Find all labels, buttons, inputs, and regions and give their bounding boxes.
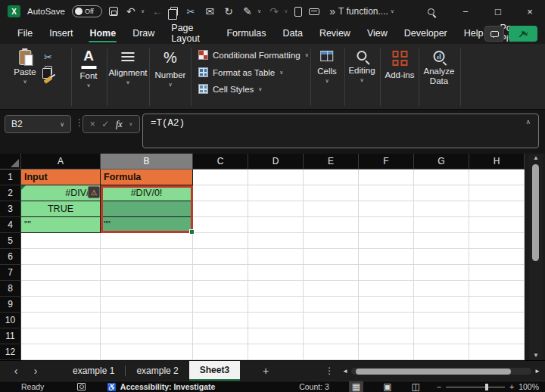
sheet-options-icon[interactable]: ⋮	[325, 366, 334, 376]
cell-H10[interactable]	[469, 313, 525, 328]
cell-D6[interactable]	[248, 249, 304, 265]
row-header-6[interactable]: 6	[0, 249, 21, 265]
column-header-H[interactable]: H	[469, 154, 525, 170]
enter-icon[interactable]: ✓	[101, 119, 109, 129]
formula-input[interactable]: =T(A2) ∧	[142, 114, 539, 148]
next-sheet-icon[interactable]: ›	[26, 365, 45, 377]
cell-H9[interactable]	[469, 297, 525, 313]
select-all-corner[interactable]	[0, 154, 21, 170]
format-as-table-button[interactable]: Format as Table ∨	[198, 67, 283, 77]
cell-F4[interactable]	[359, 217, 414, 233]
cell-B10[interactable]	[101, 313, 193, 328]
cell-C7[interactable]	[193, 265, 248, 281]
scroll-up-icon[interactable]: ▲	[533, 154, 539, 163]
search-button[interactable]	[418, 0, 444, 23]
cell-G3[interactable]	[414, 201, 469, 217]
minimize-button[interactable]: −	[453, 0, 478, 23]
cell-E10[interactable]	[304, 313, 359, 328]
cell-G9[interactable]	[414, 297, 469, 313]
cell-D2[interactable]	[248, 185, 304, 201]
horizontal-scrollbar[interactable]: ◄ ►	[342, 366, 540, 376]
cells-menu-button[interactable]: Cells ∨	[317, 51, 337, 84]
cell-A7[interactable]	[21, 265, 101, 281]
cell-D7[interactable]	[248, 265, 304, 281]
cell-D12[interactable]	[248, 344, 304, 360]
email-icon[interactable]: ✉	[204, 5, 216, 17]
autosave-toggle[interactable]: Off	[72, 5, 102, 17]
sheet-tab-sheet3[interactable]: Sheet3	[189, 361, 240, 381]
insert-function-icon[interactable]: fx	[116, 119, 123, 130]
row-header-11[interactable]: 11	[0, 328, 21, 344]
cell-A1[interactable]: Input	[21, 170, 101, 185]
cell-G10[interactable]	[414, 313, 469, 328]
cell-C3[interactable]	[193, 201, 248, 217]
ink-icon[interactable]: ✎	[241, 5, 254, 17]
row-header-10[interactable]: 10	[0, 313, 21, 328]
cell-E12[interactable]	[304, 344, 359, 360]
share-button[interactable]: ↗ ∨	[509, 26, 537, 42]
cell-F9[interactable]	[359, 297, 414, 313]
tab-developer[interactable]: Developer	[396, 24, 456, 42]
cell-A8[interactable]	[21, 281, 101, 297]
row-header-8[interactable]: 8	[0, 281, 21, 297]
cell-H5[interactable]	[469, 233, 525, 249]
undo-icon[interactable]: ↶	[125, 5, 137, 17]
macro-record-icon[interactable]	[77, 383, 86, 390]
cell-H7[interactable]	[469, 265, 525, 281]
cell-A6[interactable]	[21, 249, 101, 265]
cell-C1[interactable]	[193, 170, 248, 185]
tab-home[interactable]: Home	[81, 24, 124, 42]
cell-D4[interactable]	[248, 217, 304, 233]
cell-F11[interactable]	[359, 328, 414, 344]
cell-E6[interactable]	[304, 249, 359, 265]
addins-button[interactable]: Add-ins	[385, 51, 415, 79]
cell-B6[interactable]	[101, 249, 193, 265]
editing-menu-button[interactable]: Editing ∨	[348, 51, 375, 83]
cell-E1[interactable]	[304, 170, 359, 185]
cell-E4[interactable]	[304, 217, 359, 233]
cell-D10[interactable]	[248, 313, 304, 328]
row-header-9[interactable]: 9	[0, 297, 21, 313]
cell-F5[interactable]	[359, 233, 414, 249]
cell-B2[interactable]: #DIV/0!	[101, 185, 193, 201]
cell-C10[interactable]	[193, 313, 248, 328]
page-break-view-icon[interactable]: ◫	[412, 381, 420, 392]
document-title-group[interactable]: T function.... ∨	[338, 6, 394, 17]
row-header-4[interactable]: 4	[0, 217, 21, 233]
cell-C12[interactable]	[193, 344, 248, 360]
cell-F1[interactable]	[359, 170, 414, 185]
cell-F10[interactable]	[359, 313, 414, 328]
prev-sheet-icon[interactable]: ‹	[6, 365, 26, 377]
cell-D5[interactable]	[248, 233, 304, 249]
tab-formulas[interactable]: Formulas	[218, 24, 274, 42]
cell-G12[interactable]	[414, 344, 469, 360]
hscroll-left-icon[interactable]: ◄	[342, 368, 348, 375]
name-box[interactable]: B2 ∨	[5, 115, 71, 133]
cell-F7[interactable]	[359, 265, 414, 281]
cell-styles-button[interactable]: Cell Styles ∨	[198, 84, 262, 94]
column-header-B[interactable]: B	[101, 154, 193, 170]
cell-G7[interactable]	[414, 265, 469, 281]
ribbon-cut-icon[interactable]: ✂	[44, 51, 52, 63]
error-badge-icon[interactable]: ⚠	[88, 186, 100, 198]
tab-file[interactable]: File	[9, 24, 41, 42]
scroll-down-icon[interactable]: ▼	[533, 351, 539, 360]
qat-overflow-icon[interactable]: »	[326, 5, 338, 17]
column-header-G[interactable]: G	[414, 154, 469, 170]
cell-H2[interactable]	[469, 185, 525, 201]
tab-view[interactable]: View	[359, 24, 396, 42]
fx-chevron-icon[interactable]: ∨	[129, 121, 132, 127]
row-header-5[interactable]: 5	[0, 233, 21, 249]
cell-B8[interactable]	[101, 281, 193, 297]
cell-F12[interactable]	[359, 344, 414, 360]
cell-H1[interactable]	[469, 170, 525, 185]
fill-handle[interactable]	[189, 229, 195, 235]
zoom-slider[interactable]	[446, 387, 505, 387]
cell-G4[interactable]	[414, 217, 469, 233]
cell-A3[interactable]: TRUE	[21, 201, 101, 217]
cell-A5[interactable]	[21, 233, 101, 249]
column-header-D[interactable]: D	[248, 154, 304, 170]
cut-icon[interactable]: ✂	[185, 6, 197, 17]
cell-G1[interactable]	[414, 170, 469, 185]
cell-D8[interactable]	[248, 281, 304, 297]
